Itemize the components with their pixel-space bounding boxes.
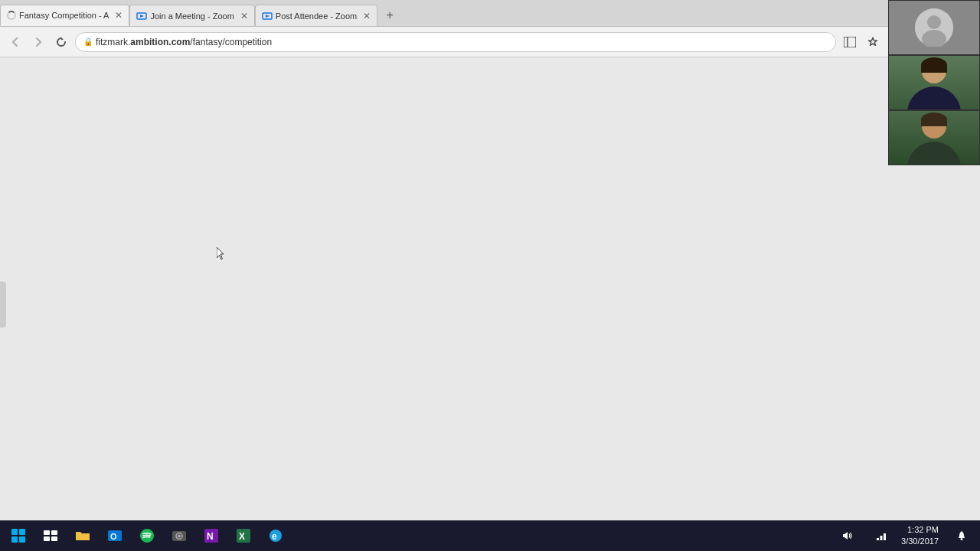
volume-icon[interactable] [832,520,863,551]
svg-point-19 [178,535,181,538]
reload-button[interactable] [52,33,70,51]
system-tray [829,520,900,551]
network-icon[interactable] [866,520,897,551]
svg-text:e: e [272,531,277,542]
taskbar: O N X e [0,520,980,551]
ie-button[interactable]: e [260,520,291,551]
tab-1-close[interactable]: ✕ [115,10,122,21]
tab-loading-indicator [7,11,16,20]
video-avatar-1 [915,8,953,47]
toolbar-right [841,33,882,51]
url-domain: ambition.com [130,37,190,47]
task-view-button[interactable] [35,520,66,551]
svg-text:X: X [239,531,245,542]
outlook-button[interactable]: O [100,520,130,551]
svg-rect-11 [51,530,57,535]
tab-bar: Fantasy Competition - A ✕ Join a Meeting… [0,0,888,27]
svg-marker-27 [844,532,848,540]
forward-button[interactable] [29,33,47,51]
sidebar-button[interactable] [841,33,859,51]
tab-3-favicon [262,11,273,21]
url-bar[interactable]: 🔒 fitzmark.ambition.com/fantasy/competit… [75,32,836,52]
tab-2-title: Join a Meeting - Zoom [150,11,234,21]
svg-marker-26 [843,534,844,537]
svg-marker-1 [140,15,144,18]
excel-button[interactable]: X [228,520,259,551]
tab-2-close[interactable]: ✕ [240,11,248,21]
svg-rect-10 [44,530,50,535]
sidebar-hint [0,282,6,328]
video-panels [888,0,980,520]
back-button[interactable] [6,33,24,51]
video-panel-3 [888,110,980,165]
start-button[interactable] [3,520,34,551]
svg-rect-12 [44,536,50,541]
spotify-button[interactable] [132,520,162,551]
browser-window: Fantasy Competition - A ✕ Join a Meeting… [0,0,888,551]
tab-3-title: Post Attendee - Zoom [276,11,357,21]
tab-2[interactable]: Join a Meeting - Zoom ✕ [129,5,254,26]
tab-3[interactable]: Post Attendee - Zoom ✕ [255,5,377,26]
new-tab-button[interactable]: + [379,5,400,26]
video-panel-1 [888,0,980,55]
clock-date: 3/30/2017 [901,536,939,547]
favorites-button[interactable] [864,33,882,51]
lock-icon: 🔒 [83,37,93,46]
file-explorer-button[interactable] [67,520,98,551]
svg-rect-29 [880,536,883,540]
notification-button[interactable] [946,520,977,551]
url-subdomain: fitzmark. [96,37,130,47]
tab-3-close[interactable]: ✕ [363,11,371,21]
svg-rect-13 [51,536,57,541]
tab-1-title: Fantasy Competition - A [19,11,109,20]
svg-rect-31 [961,538,963,540]
system-clock[interactable]: 1:32 PM 3/30/2017 [901,524,945,548]
svg-marker-4 [61,37,64,40]
svg-text:O: O [110,532,117,541]
svg-text:N: N [207,531,214,542]
svg-rect-30 [884,533,886,540]
url-path: /fantasy/competition [190,37,272,47]
photos-button[interactable] [164,520,194,551]
mouse-cursor [217,247,226,261]
video-panel-2 [888,55,980,110]
clock-time: 1:32 PM [901,524,939,536]
svg-point-8 [927,15,941,29]
svg-rect-28 [877,538,879,540]
address-bar: 🔒 fitzmark.ambition.com/fantasy/competit… [0,27,888,57]
url-text: fitzmark.ambition.com/fantasy/competitio… [96,37,272,47]
windows-logo [11,529,25,543]
tab-1-active[interactable]: Fantasy Competition - A ✕ [0,5,129,26]
tab-2-favicon [136,11,147,21]
svg-rect-5 [844,37,856,47]
page-content [0,57,888,551]
onenote-button[interactable]: N [196,520,227,551]
svg-marker-3 [266,15,270,18]
